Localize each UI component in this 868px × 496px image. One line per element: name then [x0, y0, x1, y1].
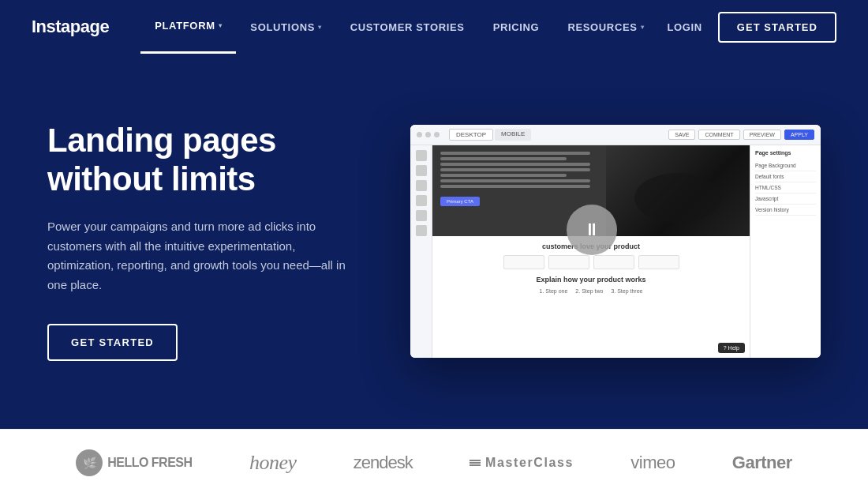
- right-panel-item[interactable]: Default fonts: [755, 171, 816, 182]
- navbar: Instapage PLATFORM ▾ SOLUTIONS ▾ CUSTOME…: [0, 0, 868, 54]
- toolbar-dot: [425, 132, 431, 137]
- step-1: 1. Step one: [540, 288, 568, 294]
- canvas-section2-title: Explain how your product works: [442, 276, 740, 284]
- toolbar-dot: [417, 132, 422, 137]
- text-line: [440, 174, 567, 177]
- text-line: [440, 152, 590, 155]
- logo-hellofresh: HELLO FRESH: [76, 449, 192, 476]
- chevron-down-icon: ▾: [318, 24, 322, 31]
- sidebar-icon: [416, 180, 427, 191]
- canvas-logo: [638, 255, 679, 269]
- tab-desktop[interactable]: DESKTOP: [449, 129, 493, 141]
- hero-subtitle: Power your campaigns and turn more ad cl…: [47, 217, 347, 295]
- nav-item-resources[interactable]: RESOURCES ▾: [553, 0, 658, 54]
- step-2: 2. Step two: [575, 288, 603, 294]
- sidebar-icon: [416, 210, 427, 221]
- text-line: [440, 168, 590, 171]
- toolbar-dot: [434, 132, 440, 137]
- right-panel-title: Page settings: [755, 150, 816, 156]
- apply-button-mockup[interactable]: APPLY: [784, 130, 814, 140]
- right-panel-item[interactable]: HTML/CSS: [755, 182, 816, 194]
- sidebar-icon: [416, 165, 427, 176]
- login-button[interactable]: LOGIN: [667, 21, 702, 33]
- mockup-toolbar: DESKTOP MOBILE SAVE COMMENT PREVIEW APPL…: [410, 125, 821, 145]
- pause-icon: ⏸: [583, 221, 600, 239]
- mockup-sidebar: [410, 145, 432, 358]
- canvas-logo: [593, 255, 634, 269]
- logo-zendesk: zendesk: [354, 453, 413, 473]
- tab-mobile[interactable]: MOBILE: [495, 129, 531, 141]
- masterclass-icon: [470, 462, 481, 464]
- toolbar-tabs: DESKTOP MOBILE: [449, 129, 533, 141]
- toolbar-dots: [417, 132, 440, 137]
- nav-right: LOGIN GET STARTED: [667, 12, 836, 43]
- right-panel: Page settings Page Background Default fo…: [750, 145, 821, 358]
- hero-mockup: DESKTOP MOBILE SAVE COMMENT PREVIEW APPL…: [410, 125, 821, 358]
- save-button-mockup[interactable]: SAVE: [668, 130, 695, 140]
- canvas-cta-mini: Primary CTA: [440, 197, 480, 206]
- pause-button[interactable]: ⏸: [567, 205, 617, 255]
- text-line: [440, 185, 590, 188]
- mockup-frame: DESKTOP MOBILE SAVE COMMENT PREVIEW APPL…: [410, 125, 821, 358]
- chevron-down-icon: ▾: [641, 24, 645, 31]
- sidebar-icon: [416, 195, 427, 206]
- mockup-body: Primary CTA ⏸ customers love your produc…: [410, 145, 821, 358]
- nav-item-platform[interactable]: PLATFORM ▾: [140, 0, 236, 54]
- sidebar-icon: [416, 225, 427, 236]
- logo-gartner: Gartner: [732, 453, 792, 473]
- toolbar-buttons: SAVE COMMENT PREVIEW APPLY: [668, 130, 814, 140]
- nav-links: PLATFORM ▾ SOLUTIONS ▾ CUSTOMER STORIES …: [140, 0, 667, 54]
- comment-button-mockup[interactable]: COMMENT: [698, 130, 739, 140]
- hero-title: Landing pages without limits: [47, 122, 379, 198]
- logos-strip: HELLO FRESH honey zendesk MasterClass vi…: [0, 429, 868, 496]
- logo-vimeo: vimeo: [630, 453, 675, 473]
- nav-item-solutions[interactable]: SOLUTIONS ▾: [236, 0, 335, 54]
- get-started-button-nav[interactable]: GET STARTED: [718, 12, 836, 43]
- hero-section: Landing pages without limits Power your …: [0, 54, 868, 429]
- nav-item-customer-stories[interactable]: CUSTOMER STORIES: [336, 0, 479, 54]
- canvas-hero-image: [606, 145, 750, 236]
- text-line: [440, 157, 567, 160]
- logo[interactable]: Instapage: [32, 17, 109, 37]
- help-button[interactable]: ? Help: [718, 343, 745, 353]
- canvas-steps: 1. Step one 2. Step two 3. Step three: [442, 288, 740, 294]
- preview-button-mockup[interactable]: PREVIEW: [743, 130, 781, 140]
- canvas-logos-row: [442, 255, 740, 269]
- nav-item-pricing[interactable]: PRICING: [479, 0, 554, 54]
- step-3: 3. Step three: [611, 288, 642, 294]
- canvas-logo: [503, 255, 544, 269]
- right-panel-item[interactable]: Javascript: [755, 194, 816, 205]
- canvas-logo: [548, 255, 589, 269]
- right-panel-item[interactable]: Version history: [755, 205, 816, 216]
- right-panel-item[interactable]: Page Background: [755, 160, 816, 171]
- get-started-button-hero[interactable]: GET STARTED: [47, 324, 178, 361]
- logo-masterclass: MasterClass: [470, 456, 574, 470]
- mockup-canvas: Primary CTA ⏸ customers love your produc…: [432, 145, 750, 358]
- hero-text: Landing pages without limits Power your …: [47, 122, 379, 361]
- logo-honey: honey: [249, 451, 297, 475]
- sidebar-icon: [416, 150, 427, 161]
- text-line: [440, 179, 590, 182]
- chevron-down-icon: ▾: [219, 22, 223, 29]
- text-line: [440, 163, 590, 166]
- hellofresh-icon: [76, 449, 103, 476]
